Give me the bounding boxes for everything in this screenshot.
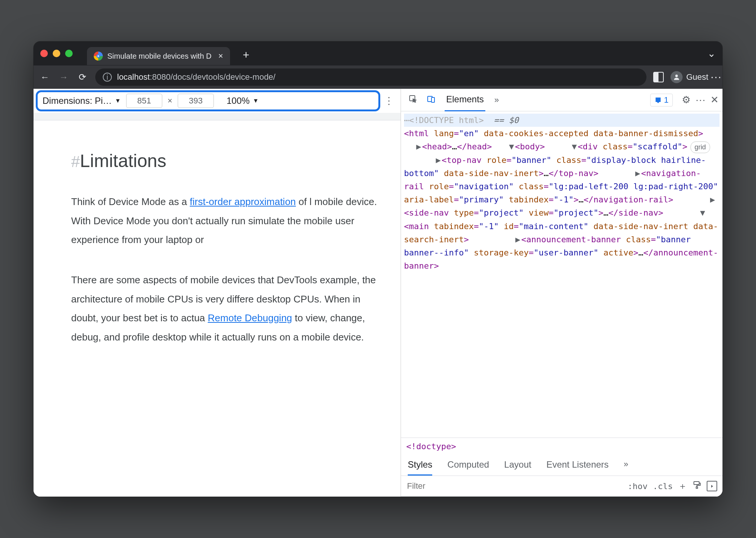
- issues-button[interactable]: 1: [650, 94, 673, 106]
- tab-title: Simulate mobile devices with D: [107, 52, 212, 61]
- tab-close-button[interactable]: ×: [218, 51, 223, 61]
- window-close-button[interactable]: [40, 50, 48, 57]
- chrome-menu-button[interactable]: ⋮: [715, 72, 717, 82]
- styles-tabs: Styles Computed Layout Event Listeners »: [401, 455, 722, 476]
- browser-tab[interactable]: Simulate mobile devices with D ×: [87, 47, 230, 65]
- devtools-toolbar: Elements » 1 ⚙ ⋮ ✕: [401, 89, 722, 111]
- zoom-label: 100%: [227, 96, 250, 106]
- more-tabs-button[interactable]: »: [494, 95, 499, 105]
- avatar-icon: [671, 71, 683, 83]
- paragraph-1: Think of Device Mode as a first-order ap…: [71, 192, 387, 249]
- address-bar: ← → ⟳ i localhost:8080/docs/devtools/dev…: [34, 65, 722, 89]
- profile-button[interactable]: Guest: [671, 71, 709, 83]
- titlebar: Simulate mobile devices with D × + ⌄: [34, 41, 722, 65]
- dom-node-div-scaffold[interactable]: ▼<div class="scaffold">grid: [550, 142, 710, 151]
- svg-rect-3: [431, 97, 434, 102]
- dom-breadcrumb[interactable]: <!doctype>: [401, 438, 722, 455]
- dimensions-label: Dimensions: Pi…: [43, 96, 112, 106]
- url-host: localhost: [117, 72, 150, 82]
- tab-computed[interactable]: Computed: [447, 455, 489, 476]
- cls-button[interactable]: .cls: [653, 482, 673, 491]
- height-input[interactable]: [178, 94, 214, 108]
- dom-tree[interactable]: ⋯<!DOCTYPE html> == $0 <html lang="en" d…: [401, 111, 722, 438]
- back-button[interactable]: ←: [39, 72, 51, 82]
- devtools-pane: Elements » 1 ⚙ ⋮ ✕ ⋯<!DOCTYPE html> == $…: [401, 89, 722, 497]
- hov-button[interactable]: :hov: [628, 482, 648, 491]
- url-bar[interactable]: i localhost:8080/docs/devtools/device-mo…: [95, 68, 646, 86]
- tab-layout[interactable]: Layout: [504, 455, 531, 476]
- profile-label: Guest: [686, 72, 709, 82]
- tabs-chevron-button[interactable]: ⌄: [707, 48, 716, 59]
- ruler: [34, 113, 401, 120]
- chevron-down-icon: ▼: [115, 97, 121, 104]
- heading-anchor[interactable]: #: [71, 153, 80, 170]
- traffic-lights: [40, 50, 73, 57]
- inspect-element-icon[interactable]: [408, 94, 418, 106]
- devtools-close-button[interactable]: ✕: [710, 94, 719, 106]
- reload-button[interactable]: ⟳: [76, 72, 88, 82]
- device-mode-icon[interactable]: [427, 94, 436, 106]
- paint-icon[interactable]: [692, 480, 701, 492]
- dom-node-doctype[interactable]: ⋯<!DOCTYPE html> == $0: [404, 114, 719, 127]
- device-toolbar: Dimensions: Pi… ▼ × 100% ▼ ⋮: [34, 89, 401, 113]
- new-style-rule-button[interactable]: ＋: [678, 480, 687, 492]
- window-maximize-button[interactable]: [65, 50, 73, 57]
- issues-count: 1: [664, 95, 669, 105]
- browser-window: Simulate mobile devices with D × + ⌄ ← →…: [34, 41, 722, 497]
- new-tab-button[interactable]: +: [243, 49, 250, 61]
- dimensions-dropdown[interactable]: Dimensions: Pi… ▼: [40, 96, 121, 106]
- gear-icon[interactable]: ⚙: [682, 94, 690, 106]
- window-minimize-button[interactable]: [53, 50, 60, 57]
- rendered-page: #Limitations Think of Device Mode as a f…: [34, 120, 401, 497]
- dom-node-head[interactable]: ▶<head>…</head>: [404, 142, 492, 151]
- approximation-link[interactable]: first-order approximation: [190, 196, 296, 207]
- chrome-logo-icon: [94, 52, 103, 61]
- remote-debugging-link[interactable]: Remote Debugging: [208, 312, 292, 324]
- computed-styles-sidebar-button[interactable]: [707, 481, 717, 491]
- dimension-times: ×: [168, 96, 172, 106]
- device-toolbar-menu-button[interactable]: ⋮: [384, 95, 395, 107]
- content-row: Dimensions: Pi… ▼ × 100% ▼ ⋮ #Limitation…: [34, 89, 722, 497]
- width-input[interactable]: [126, 94, 162, 108]
- paragraph-2: There are some aspects of mobile devices…: [71, 271, 387, 347]
- dom-node-html[interactable]: <html lang="en" data-cookies-accepted da…: [404, 129, 703, 138]
- grid-badge[interactable]: grid: [690, 141, 710, 153]
- styles-filter-row: :hov .cls ＋: [401, 476, 722, 497]
- page-viewport-pane: Dimensions: Pi… ▼ × 100% ▼ ⋮ #Limitation…: [34, 89, 401, 497]
- url-path: :8080/docs/devtools/device-mode/: [150, 72, 276, 82]
- side-panel-button[interactable]: [653, 72, 664, 82]
- tab-styles[interactable]: Styles: [408, 455, 432, 476]
- site-info-icon[interactable]: i: [103, 73, 112, 82]
- styles-filter-input[interactable]: [406, 479, 549, 493]
- tab-elements[interactable]: Elements: [445, 94, 485, 111]
- tab-event-listeners[interactable]: Event Listeners: [546, 455, 608, 476]
- zoom-dropdown[interactable]: 100% ▼: [227, 96, 259, 106]
- chevron-down-icon: ▼: [253, 97, 259, 104]
- svg-point-0: [675, 74, 678, 77]
- page-heading: Limitations: [80, 151, 166, 171]
- devtools-menu-button[interactable]: ⋮: [700, 96, 701, 105]
- dom-node-body[interactable]: ▼<body>: [497, 142, 545, 151]
- svg-rect-4: [694, 482, 699, 485]
- svg-rect-5: [696, 487, 698, 488]
- more-styles-tabs-button[interactable]: »: [624, 455, 628, 476]
- forward-button[interactable]: →: [58, 72, 70, 82]
